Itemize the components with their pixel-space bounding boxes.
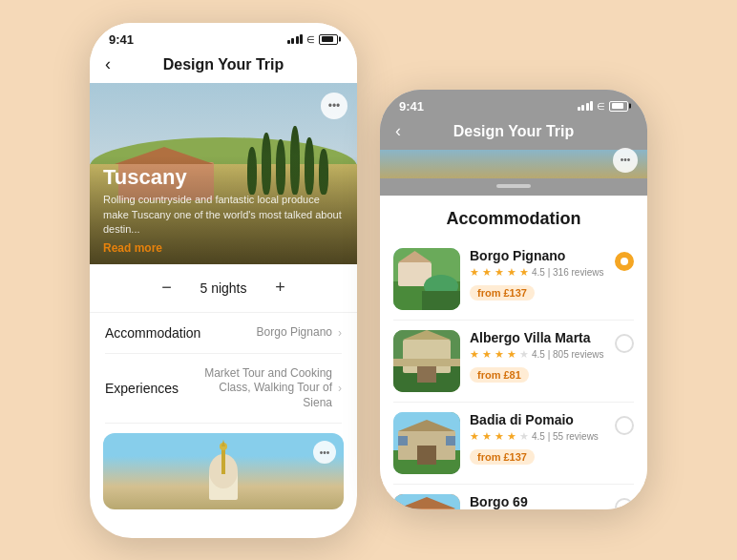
star-0-4: ★ xyxy=(507,266,516,279)
option-value-group-experiences: Market Tour and Cooking Class, Walking T… xyxy=(199,366,342,411)
option-value-group-accommodation: Borgo Pignano › xyxy=(257,325,342,341)
badia-img xyxy=(393,412,460,474)
accom-info-3: Borgo 69 ★ ★ ★ ★ ★ 5.0 | 6 reviews from … xyxy=(470,494,605,509)
option-accommodation[interactable]: Accommodation Borgo Pignano › xyxy=(105,313,342,354)
stars-row-1: ★ ★ ★ ★ ★ 4.5 | 805 reviews xyxy=(470,348,605,361)
grey-header: 9:41 ∈ ‹ Design Your Trip xyxy=(380,90,647,196)
accom-info-2: Badia di Pomaio ★ ★ ★ ★ ★ 4.5 | 55 revie… xyxy=(470,412,605,465)
back-button-right[interactable]: ‹ xyxy=(395,121,401,141)
radio-1[interactable] xyxy=(615,334,634,353)
phone-left: 9:41 ∈ ‹ Design Your Trip xyxy=(90,23,357,538)
accom-thumb-img-3 xyxy=(393,494,460,509)
accom-name-1: Albergo Villa Marta xyxy=(470,330,605,345)
nights-section: − 5 nights + xyxy=(90,264,357,313)
minus-button[interactable]: − xyxy=(156,278,177,299)
app-container: 9:41 ∈ ‹ Design Your Trip xyxy=(90,23,647,538)
hero-location: Tuscany xyxy=(103,165,344,190)
dots-icon: ••• xyxy=(328,99,341,113)
star-2-2: ★ xyxy=(482,430,492,443)
accom-info-1: Albergo Villa Marta ★ ★ ★ ★ ★ 4.5 | 805 … xyxy=(470,330,605,383)
option-experiences[interactable]: Experiences Market Tour and Cooking Clas… xyxy=(105,354,342,425)
time-right: 9:41 xyxy=(399,99,424,114)
star-1-2: ★ xyxy=(482,348,492,361)
time-left: 9:41 xyxy=(109,32,134,47)
battery-icon-left xyxy=(319,34,338,45)
svg-rect-11 xyxy=(422,291,460,310)
battery-fill-right xyxy=(612,103,624,109)
star-0-3: ★ xyxy=(495,266,504,279)
back-button-left[interactable]: ‹ xyxy=(105,54,111,74)
accom-thumb-2 xyxy=(393,412,460,474)
header-image-stub: ••• xyxy=(380,150,647,178)
reviews-2: 4.5 | 55 reviews xyxy=(532,431,599,442)
price-badge-1: from £81 xyxy=(470,367,529,383)
accom-thumb-1 xyxy=(393,330,460,392)
accommodation-title: Accommodation xyxy=(380,196,647,239)
options-list: Accommodation Borgo Pignano › Experience… xyxy=(90,313,357,425)
accom-item-1[interactable]: Albergo Villa Marta ★ ★ ★ ★ ★ 4.5 | 805 … xyxy=(393,321,634,403)
status-icons-left: ∈ xyxy=(287,34,339,45)
accom-name-3: Borgo 69 xyxy=(470,494,605,509)
stars-row-0: ★ ★ ★ ★ ★ 4.5 | 316 reviews xyxy=(470,266,605,279)
phone-right: 9:41 ∈ ‹ Design Your Trip xyxy=(380,90,647,509)
accom-thumb-3 xyxy=(393,494,460,509)
accommodation-sheet: Accommodation xyxy=(380,196,647,509)
battery-icon-right xyxy=(609,101,628,112)
hero-description: Rolling countryside and fantastic local … xyxy=(103,193,344,237)
bottom-thumb-img xyxy=(103,433,344,509)
accom-thumb-img-1 xyxy=(393,330,460,392)
status-bar-left: 9:41 ∈ xyxy=(90,23,357,51)
star-2-3: ★ xyxy=(495,430,504,443)
hero-dots-button[interactable]: ••• xyxy=(321,93,347,119)
svg-rect-27 xyxy=(398,508,455,509)
svg-rect-17 xyxy=(393,359,460,366)
nav-header-left: ‹ Design Your Trip xyxy=(90,51,357,83)
accom-thumb-img-0 xyxy=(393,248,460,310)
hero-read-more[interactable]: Read more xyxy=(103,241,344,255)
svg-rect-23 xyxy=(398,436,408,446)
option-value-experiences: Market Tour and Cooking Class, Walking T… xyxy=(199,366,332,411)
cathedral-svg xyxy=(195,438,252,505)
svg-rect-24 xyxy=(446,436,455,446)
header-dots-button[interactable]: ••• xyxy=(613,148,638,173)
accom-item-0[interactable]: Borgo Pignano ★ ★ ★ ★ ★ 4.5 | 316 review… xyxy=(393,239,634,321)
header-dots-icon: ••• xyxy=(621,155,631,165)
star-0-1: ★ xyxy=(470,266,479,279)
accom-item-3[interactable]: Borgo 69 ★ ★ ★ ★ ★ 5.0 | 6 reviews from … xyxy=(393,485,634,509)
hero-image-left: ••• Tuscany Rolling countryside and fant… xyxy=(90,83,357,264)
chevron-right-experiences: › xyxy=(338,382,342,395)
radio-0[interactable] xyxy=(615,252,634,271)
signal-icon-left xyxy=(287,34,304,44)
chevron-right-accommodation: › xyxy=(338,326,342,340)
star-1-5: ★ xyxy=(519,348,529,361)
star-2-1: ★ xyxy=(470,430,479,443)
star-1-4: ★ xyxy=(507,348,516,361)
thumb-dots-icon: ••• xyxy=(320,447,330,458)
accom-item-2[interactable]: Badia di Pomaio ★ ★ ★ ★ ★ 4.5 | 55 revie… xyxy=(393,403,634,485)
plus-button[interactable]: + xyxy=(270,278,291,299)
accom-info-0: Borgo Pignano ★ ★ ★ ★ ★ 4.5 | 316 review… xyxy=(470,248,605,301)
wifi-icon-right: ∈ xyxy=(597,101,605,112)
pill-handle xyxy=(496,184,531,188)
status-bar-right: 9:41 ∈ xyxy=(380,90,647,117)
radio-inner-0 xyxy=(621,258,628,265)
borgo69-img xyxy=(393,494,460,509)
reviews-1: 4.5 | 805 reviews xyxy=(532,349,603,360)
radio-2[interactable] xyxy=(615,416,634,435)
bottom-thumbnail: ••• xyxy=(103,433,344,509)
price-badge-2: from £137 xyxy=(470,449,535,465)
option-label-experiences: Experiences xyxy=(105,381,179,396)
nav-title-left: Design Your Trip xyxy=(163,56,284,73)
accommodation-list: Borgo Pignano ★ ★ ★ ★ ★ 4.5 | 316 review… xyxy=(380,239,647,509)
nav-header-right: ‹ Design Your Trip xyxy=(380,117,647,150)
price-badge-0: from £137 xyxy=(470,285,535,301)
star-0-2: ★ xyxy=(482,266,492,279)
star-1-3: ★ xyxy=(495,348,504,361)
star-2-5: ★ xyxy=(519,430,529,443)
hero-text-overlay: Tuscany Rolling countryside and fantasti… xyxy=(90,156,357,263)
nav-title-right: Design Your Trip xyxy=(453,123,575,140)
albergo-img xyxy=(393,330,460,392)
option-label-accommodation: Accommodation xyxy=(105,325,200,341)
accom-thumb-img-2 xyxy=(393,412,460,474)
radio-3[interactable] xyxy=(615,498,634,509)
